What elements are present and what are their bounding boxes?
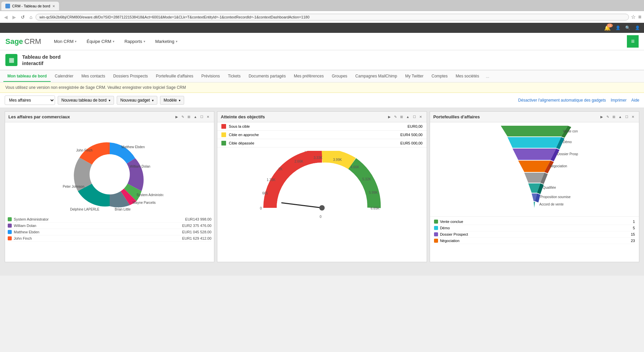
donut-chart-svg: Matthew Ebden William Dolan System Admin… — [56, 124, 163, 215]
sub-nav-documents[interactable]: Documents partagés — [245, 71, 290, 82]
svg-text:Brian Little: Brian Little — [115, 208, 131, 211]
sub-nav-twitter[interactable]: My Twitter — [401, 71, 427, 82]
header-menu-button[interactable]: ≡ — [627, 35, 639, 48]
funnel-color-negociation — [434, 239, 438, 243]
gadget2-ctrl-play[interactable]: ▶ — [387, 114, 392, 119]
nav-arrow-marketing: ▾ — [176, 40, 177, 43]
main-nav: Mon CRM ▾ Équipe CRM ▾ Rapports ▾ Market… — [49, 36, 627, 47]
gadget3-controls: ▶ ✎ ⊞ ▲ ☐ ✕ — [599, 114, 636, 119]
sub-nav-mes-contacts[interactable]: Mes contacts — [77, 71, 109, 82]
page-title-bar: ▦ Tableau de bord interactif — [0, 50, 644, 70]
sub-nav-previsions[interactable]: Prévisions — [197, 71, 224, 82]
sub-nav-mailchimp[interactable]: Campagnes MailChimp — [351, 71, 401, 82]
nav-item-equipe-crm[interactable]: Équipe CRM ▾ — [82, 36, 119, 47]
sub-nav-portefeuille[interactable]: Portefeuille d'affaires — [152, 71, 197, 82]
sub-nav-societes[interactable]: Mes sociétés — [452, 71, 483, 82]
search-icon[interactable]: 🔍 — [625, 25, 630, 30]
address-input[interactable] — [36, 14, 629, 20]
nav-item-rapports[interactable]: Rapports ▾ — [120, 36, 150, 47]
person-icon[interactable]: 👤 — [615, 25, 621, 30]
aide-link[interactable]: Aide — [631, 98, 639, 103]
gadget2-ctrl-grid[interactable]: ⊞ — [399, 114, 404, 119]
svg-marker-24 — [501, 126, 568, 136]
gadget-objectifs: Atteinte des objectifs ▶ ✎ ⊞ ▲ ☐ ✕ Sous … — [217, 111, 427, 262]
gadget1-ctrl-close[interactable]: ✕ — [205, 114, 211, 119]
star-icon[interactable]: ☆ — [631, 14, 636, 20]
bell-icon[interactable]: 🔔11 — [604, 25, 611, 31]
modele-button[interactable]: Modèle ▾ — [160, 96, 184, 105]
gadget2-ctrl-close[interactable]: ✕ — [418, 114, 423, 119]
gauge-color-cible-approche — [221, 132, 226, 137]
gadget2-ctrl-edit[interactable]: ✎ — [393, 114, 398, 119]
svg-text:2.66K: 2.66K — [294, 160, 303, 163]
close-tab-button[interactable]: ✕ — [52, 4, 55, 8]
desactiver-link[interactable]: Désactiver l'alignement automatique des … — [518, 98, 606, 103]
gadget1-title: Les affaires par commerciaux — [8, 114, 70, 119]
logo: Sage CRM — [5, 37, 41, 46]
nouveau-gadget-button[interactable]: Nouveau gadget ▾ — [117, 96, 157, 105]
reload-button[interactable]: ↺ — [19, 14, 26, 20]
modele-arrow: ▾ — [179, 99, 180, 102]
nav-item-marketing[interactable]: Marketing ▾ — [151, 36, 182, 47]
dashboard-select[interactable]: Mes affaires — [5, 96, 55, 105]
imprimer-link[interactable]: Imprimer — [611, 98, 627, 103]
notification-badge: 11 — [607, 23, 613, 27]
browser-address-bar: ◀ ▶ ↺ ⌂ ☆ ≡ — [0, 11, 644, 23]
sub-nav-preferences[interactable]: Mes préférences — [290, 71, 328, 82]
legend-color-sys-admin — [8, 217, 12, 221]
sub-nav-dossiers-prospects[interactable]: Dossiers Prospects — [109, 71, 152, 82]
svg-text:0: 0 — [260, 207, 262, 210]
nav-item-mon-crm[interactable]: Mon CRM ▾ — [49, 36, 82, 47]
sub-nav-comptes[interactable]: Comptes — [427, 71, 451, 82]
gadget1-ctrl-up[interactable]: ▲ — [192, 114, 198, 119]
user-icon[interactable]: 👤 — [635, 25, 640, 30]
toolbar-right: Désactiver l'alignement automatique des … — [518, 98, 639, 103]
dashboard: Les affaires par commerciaux ▶ ✎ ⊞ ▲ ☐ ✕ — [0, 108, 644, 276]
svg-marker-38 — [534, 202, 535, 208]
back-button[interactable]: ◀ — [3, 14, 9, 20]
sub-nav-calendrier[interactable]: Calendrier — [51, 71, 77, 82]
gadget1-ctrl-edit[interactable]: ✎ — [180, 114, 185, 119]
gadget1-ctrl-grid[interactable]: ⊞ — [186, 114, 192, 119]
gauge-chart-area: 0 665 1.33K 2K 2.66K 3.33K 3.99K 4.66K 5… — [217, 154, 426, 221]
legend-color-matthew — [8, 230, 12, 234]
svg-text:5.99K: 5.99K — [369, 191, 378, 194]
home-button[interactable]: ⌂ — [28, 14, 34, 20]
gadget2-ctrl-up[interactable]: ▲ — [405, 114, 411, 119]
gadget1-chart: Matthew Ebden William Dolan System Admin… — [5, 122, 214, 216]
sub-nav-groupes[interactable]: Groupes — [328, 71, 351, 82]
sub-nav-more[interactable]: ... — [483, 71, 492, 81]
gadget1-ctrl-window[interactable]: ☐ — [199, 114, 205, 119]
browser-chrome: CRM - Tableau de bord ✕ ◀ ▶ ↺ ⌂ ☆ ≡ — [0, 0, 644, 23]
sub-nav-mon-tableau-de-bord[interactable]: Mon tableau de bord — [3, 71, 51, 82]
funnel-color-dossier-prospect — [434, 232, 438, 236]
gadget3-ctrl-play[interactable]: ▶ — [599, 114, 604, 119]
gadget2-body: Sous la cible EUR0,00 Cible en approche … — [217, 122, 426, 262]
svg-text:1.33K: 1.33K — [267, 178, 275, 182]
gadget3-ctrl-up[interactable]: ▲ — [617, 114, 623, 119]
browser-tab[interactable]: CRM - Tableau de bord ✕ — [1, 2, 59, 10]
sub-nav-tickets[interactable]: Tickets — [224, 71, 245, 82]
svg-text:0: 0 — [320, 215, 322, 219]
gauge-legend-sous-cible: Sous la cible EUR0,00 — [217, 122, 426, 131]
gadget3-ctrl-grid[interactable]: ⊞ — [611, 114, 616, 119]
svg-text:William Dolan: William Dolan — [130, 165, 150, 168]
legend-color-john — [8, 236, 12, 240]
svg-text:Qualifiée: Qualifiée — [543, 186, 556, 189]
svg-text:System Administrator: System Administrator — [137, 193, 163, 197]
gadget1-legend: System Administrator EUR143 998.00 Willi… — [5, 216, 214, 242]
tab-title: CRM - Tableau de bord — [12, 4, 50, 8]
tab-favicon — [5, 4, 10, 8]
logo-crm: CRM — [24, 37, 41, 46]
nouveau-tableau-button[interactable]: Nouveau tableau de bord ▾ — [58, 96, 114, 105]
gadget1-ctrl-play[interactable]: ▶ — [174, 114, 179, 119]
browser-menu-icon[interactable]: ≡ — [638, 14, 641, 20]
gadget2-ctrl-window[interactable]: ☐ — [412, 114, 417, 119]
gadget3-ctrl-close[interactable]: ✕ — [630, 114, 636, 119]
gadget1-controls: ▶ ✎ ⊞ ▲ ☐ ✕ — [174, 114, 211, 119]
gadget3-ctrl-window[interactable]: ☐ — [624, 114, 630, 119]
gadget3-ctrl-edit[interactable]: ✎ — [605, 114, 610, 119]
forward-button[interactable]: ▶ — [11, 14, 17, 20]
nav-arrow-mon-crm: ▾ — [75, 40, 76, 43]
nav-arrow-equipe-crm: ▾ — [113, 40, 114, 43]
